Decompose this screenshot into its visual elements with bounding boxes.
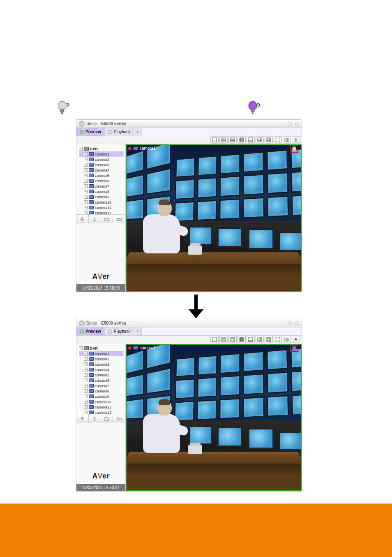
- layout-4x4-button[interactable]: [238, 136, 246, 144]
- camera-icon: [89, 362, 94, 366]
- fullscreen-button[interactable]: [274, 136, 282, 144]
- tree-item-camera11[interactable]: +camera11: [79, 205, 124, 210]
- tree-item-camera5[interactable]: +camera5: [79, 173, 124, 178]
- tree-item-camera7[interactable]: +camera7: [79, 383, 124, 388]
- talk-bulb-on-icon[interactable]: [292, 346, 296, 351]
- playback-tab[interactable]: Playback: [105, 327, 134, 335]
- camera-icon: [89, 395, 94, 398]
- preview-tab[interactable]: Preview: [76, 327, 105, 335]
- tree-item-camera1[interactable]: +camera1: [79, 151, 124, 157]
- tree-item-camera8[interactable]: +camera8: [79, 388, 124, 394]
- title-bar: Setup E5000 series: [76, 120, 302, 128]
- svg-rect-31: [258, 340, 262, 341]
- layout-1x1-button[interactable]: [210, 336, 219, 343]
- layout-3x3-button[interactable]: [228, 336, 237, 343]
- talk-button-highlight: [290, 345, 298, 352]
- tree-item-camera8[interactable]: +camera8: [79, 189, 124, 194]
- tree-item-label: camera8: [95, 389, 124, 393]
- preview-tab[interactable]: Preview: [76, 128, 105, 136]
- camera-icon: [133, 146, 138, 150]
- tree-item-camera3[interactable]: +camera3: [79, 162, 124, 167]
- tree-item-label: camera12: [95, 211, 124, 215]
- svg-rect-23: [224, 337, 226, 339]
- camera-icon: [89, 168, 94, 172]
- tree-item-camera4[interactable]: +camera4: [79, 167, 124, 173]
- camera-tree[interactable]: − DVR +camera1 +camera2 +camera3 +camera…: [76, 344, 125, 414]
- video-viewer[interactable]: camera1: [126, 344, 302, 491]
- power-icon[interactable]: [295, 321, 299, 325]
- mode-tabs: Preview Playback <: [76, 128, 302, 136]
- layout-1x1-button[interactable]: [210, 136, 219, 144]
- tree-item-camera10[interactable]: +camera10: [79, 399, 124, 404]
- camera-tree[interactable]: − DVR +camera1 +camera2 +camera3 +camera…: [76, 144, 125, 214]
- camera-sidebar: − DVR +camera1 +camera2 +camera3 +camera…: [76, 344, 126, 491]
- collapse-icon[interactable]: −: [79, 147, 83, 151]
- folder-button[interactable]: [101, 215, 113, 223]
- tree-item-camera2[interactable]: +camera2: [79, 157, 124, 162]
- tree-item-camera4[interactable]: +camera4: [79, 367, 124, 372]
- svg-rect-12: [249, 141, 253, 142]
- camera-icon: [89, 152, 94, 156]
- layout-mosaic-button[interactable]: [265, 136, 273, 144]
- person-button[interactable]: [89, 215, 101, 223]
- eject-button[interactable]: [292, 336, 300, 343]
- tree-item-camera9[interactable]: +camera9: [79, 194, 124, 200]
- tree-root-dvr[interactable]: − DVR: [79, 346, 124, 351]
- gear-icon[interactable]: [79, 320, 85, 326]
- person-button[interactable]: [89, 414, 101, 423]
- tree-item-camera6[interactable]: +camera6: [79, 378, 124, 383]
- snapshot-button[interactable]: [283, 336, 291, 343]
- svg-rect-9: [221, 140, 223, 142]
- video-viewer[interactable]: camera1: [126, 144, 302, 292]
- setup-label[interactable]: Setup: [86, 121, 97, 126]
- tree-item-camera3[interactable]: +camera3: [79, 362, 124, 367]
- tree-item-camera10[interactable]: +camera10: [79, 200, 124, 205]
- collapse-sidebar-button[interactable]: <: [134, 128, 142, 136]
- layout-2x2-button[interactable]: [219, 336, 228, 343]
- tree-item-label: camera3: [95, 163, 124, 167]
- layout-1big-button[interactable]: [247, 136, 255, 144]
- layout-4x4-button[interactable]: [238, 336, 246, 343]
- info-icon[interactable]: [288, 321, 292, 325]
- camera-icon: [89, 373, 94, 377]
- playback-tab[interactable]: Playback: [105, 128, 134, 136]
- tree-item-camera9[interactable]: +camera9: [79, 394, 124, 399]
- collapse-sidebar-button[interactable]: <: [134, 327, 142, 335]
- setup-label[interactable]: Setup: [86, 321, 97, 325]
- keyboard-button[interactable]: [113, 215, 125, 223]
- tree-item-camera11[interactable]: +camera11: [79, 404, 124, 410]
- fullscreen-button[interactable]: [274, 336, 282, 343]
- power-icon[interactable]: [295, 122, 299, 126]
- talk-bulb-off-icon[interactable]: [292, 146, 296, 151]
- tree-item-camera2[interactable]: +camera2: [79, 356, 124, 362]
- svg-point-0: [58, 101, 66, 110]
- svg-rect-21: [212, 337, 217, 341]
- camera-icon: [89, 211, 94, 214]
- tree-item-camera12[interactable]: +camera12: [79, 210, 124, 214]
- tree-item-camera12[interactable]: +camera12: [79, 410, 124, 414]
- ptz-button[interactable]: [76, 215, 89, 223]
- ptz-button[interactable]: [76, 414, 89, 423]
- tree-root-dvr[interactable]: − DVR: [79, 146, 124, 151]
- folder-button[interactable]: [101, 414, 113, 423]
- layout-custom-button[interactable]: [256, 136, 264, 144]
- layout-2x2-button[interactable]: [219, 136, 228, 144]
- info-icon[interactable]: [288, 122, 292, 126]
- tree-item-camera1[interactable]: +camera1: [79, 351, 124, 356]
- tree-item-camera6[interactable]: +camera6: [79, 178, 124, 183]
- camera-icon: [89, 357, 94, 361]
- gear-icon[interactable]: [79, 121, 85, 127]
- playback-icon: [108, 330, 112, 334]
- layout-custom-button[interactable]: [256, 336, 264, 343]
- layout-1big-button[interactable]: [247, 336, 255, 343]
- layout-mosaic-button[interactable]: [265, 336, 273, 343]
- tree-item-camera5[interactable]: +camera5: [79, 372, 124, 378]
- tree-item-camera7[interactable]: +camera7: [79, 183, 124, 189]
- camera-icon: [89, 200, 94, 204]
- eject-button[interactable]: [292, 136, 300, 144]
- snapshot-button[interactable]: [283, 136, 291, 144]
- layout-3x3-button[interactable]: [228, 136, 237, 144]
- keyboard-button[interactable]: [113, 414, 125, 423]
- camera-icon: [89, 368, 94, 371]
- collapse-icon[interactable]: −: [79, 346, 83, 350]
